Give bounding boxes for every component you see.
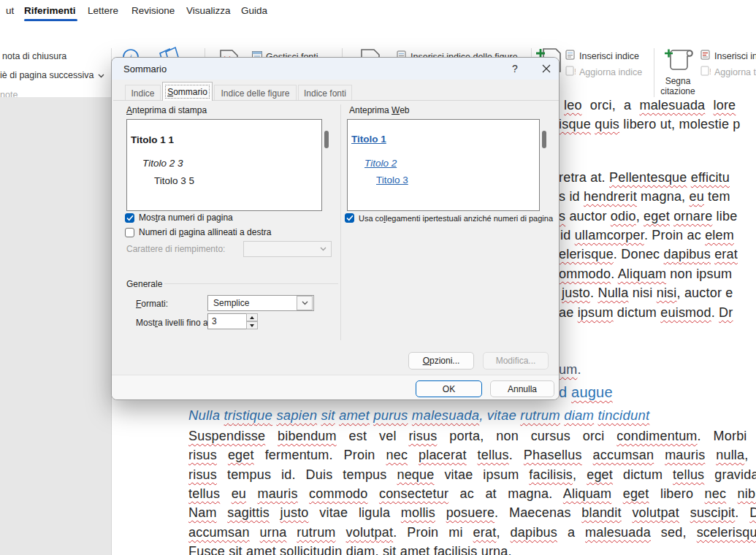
doc-line: elerisque. Donec dapibus erat [559,245,738,263]
web-preview-item: Titolo 3 [376,175,408,185]
insert-endnote-button[interactable]: nota di chiusura [2,51,66,61]
close-button[interactable] [537,62,556,77]
general-group-line [164,283,338,284]
web-preview-item: Titolo 1 [351,134,386,145]
web-preview-item: Titolo 2 [364,158,397,169]
fill-character-label: Carattere di riempimento: [126,244,225,254]
show-levels-value[interactable]: 3 [207,313,247,329]
tab-indice-figure[interactable]: Indice delle figure [214,85,297,100]
mark-citation-icon[interactable] [663,46,697,78]
fill-character-select[interactable] [243,241,332,257]
right-align-numbers-checkbox[interactable]: Numeri di pagina allineati a destra [125,227,271,237]
mark-citation-button[interactable]: Segna citazione [658,76,698,96]
update-citations-icon: ! [700,66,711,78]
checkbox-unchecked-icon [125,228,134,237]
doc-line: tellus eu mauris commodo consectetur ac … [188,485,756,502]
show-levels-label: Mostra livelli fino a: [136,318,210,328]
chevron-down-icon [98,70,104,80]
insert-index-button[interactable]: Inserisci indice [565,50,639,62]
svg-text:!: ! [574,67,576,76]
ribbon-tab-bar: ut Riferimenti Lettere Revisione Visuali… [0,0,756,22]
tab-revisione[interactable]: Revisione [131,5,175,16]
print-preview-item: Titolo 3 5 [154,175,194,186]
chevron-down-icon [316,242,330,256]
doc-line: ommodo. Aliquam non ipsum [559,265,732,283]
print-preview-item: Titolo 2 3 [142,158,183,169]
doc-line: retra at. Pellentesque efficitu [559,169,730,186]
formats-label: Formati: [136,299,168,309]
doc-line: risus tempus id. Duis tempus neque vitae… [188,466,756,483]
triangle-down-icon [250,324,254,327]
cancel-button[interactable]: Annulla [490,380,554,397]
next-footnote-button[interactable]: iè di pagina successiva [0,70,104,80]
doc-line: id ullamcorper. Proin ac elem [560,226,734,244]
print-preview-item: Titolo 1 1 [131,134,174,145]
show-page-numbers-checkbox[interactable]: Mostra numeri di pagina [125,213,233,223]
general-group-label: Generale [126,279,162,289]
doc-heading2: Nulla tristique sapien sit amet purus ma… [188,407,649,424]
doc-line: um. [559,361,581,378]
doc-line: ae ipsum dictum euismod. Dr [559,304,733,321]
doc-line: leo orci, a malesuada lore [564,96,736,114]
checkbox-checked-icon [345,213,354,223]
svg-text:!: ! [709,67,711,76]
show-levels-stepper: 3 [207,313,258,329]
dialog-titlebar[interactable] [112,58,559,80]
close-icon [542,64,551,75]
print-preview-label: Anteprima di stampa [126,105,207,115]
doc-line: s auctor odio, eget ornare libe [559,207,737,225]
citations-index-icon [700,50,711,62]
print-preview-box: Titolo 1 1 Titolo 2 3 Titolo 3 5 [126,119,322,211]
tab-sommario[interactable]: Sommario [162,82,213,101]
web-preview-label: Anteprima Web [349,105,410,115]
doc-line: risus eget fermentum. Proin nec placerat… [188,446,756,464]
stepper-up-button[interactable] [246,313,258,321]
doc-line: justo. Nulla nisi nisi, auctor e [562,284,733,302]
column-divider [340,104,341,340]
sommario-dialog: Sommario ? Indice Sommario Indice delle … [111,57,560,400]
web-preview-scrollbar[interactable] [542,131,546,148]
tab-indice[interactable]: Indice [125,85,161,100]
triangle-up-icon [250,316,254,319]
active-tab-underline [24,19,77,21]
formats-select[interactable]: Semplice [207,295,314,311]
update-index-icon: ! [565,66,576,78]
doc-line: s id hendrerit magna, eu tem [559,188,730,205]
help-button[interactable]: ? [508,63,522,74]
chevron-down-icon [297,296,313,310]
doc-line: Suspendisse bibendum est vel risus porta… [188,427,756,445]
doc-line: Nam sagittis justo vitae ligula mollis p… [188,504,756,521]
tab-layout-partial[interactable]: ut [6,5,14,16]
insert-index-icon [565,50,576,62]
dialog-title: Sommario [123,64,167,74]
checkbox-checked-icon [125,213,134,223]
doc-line: Fusce sit amet sollicitudin diam, sit am… [188,543,512,555]
use-hyperlinks-checkbox[interactable]: Usa collegamenti ipertestuali anziché nu… [345,213,553,223]
tab-indice-fonti[interactable]: Indice fonti [298,85,352,100]
update-index-button[interactable]: ! Aggiorna indice [565,66,642,78]
tab-guida[interactable]: Guida [241,5,267,16]
options-button[interactable]: Opzioni... [408,352,474,370]
stepper-down-button[interactable] [246,321,258,329]
update-citations-button[interactable]: ! Aggiorna t [700,66,756,78]
doc-line: accumsan urna rutrum volutpat. Proin mi … [188,524,756,541]
tab-lettere[interactable]: Lettere [88,5,118,16]
doc-line: isque quis libero ut, molestie p [559,115,741,133]
web-preview-box: Titolo 1 Titolo 2 Titolo 3 [347,119,540,211]
tab-riferimenti[interactable]: Riferimenti [24,5,76,16]
insert-citations-index-button[interactable]: Inserisci in [700,50,756,62]
ok-button[interactable]: OK [416,380,482,397]
print-preview-scrollbar[interactable] [324,131,329,148]
tab-visualizza[interactable]: Visualizza [186,5,231,16]
modify-button[interactable]: Modifica... [483,352,549,370]
word-window: ut Riferimenti Lettere Revisione Visuali… [0,0,756,555]
doc-heading1-fragment: d augue [559,383,613,401]
